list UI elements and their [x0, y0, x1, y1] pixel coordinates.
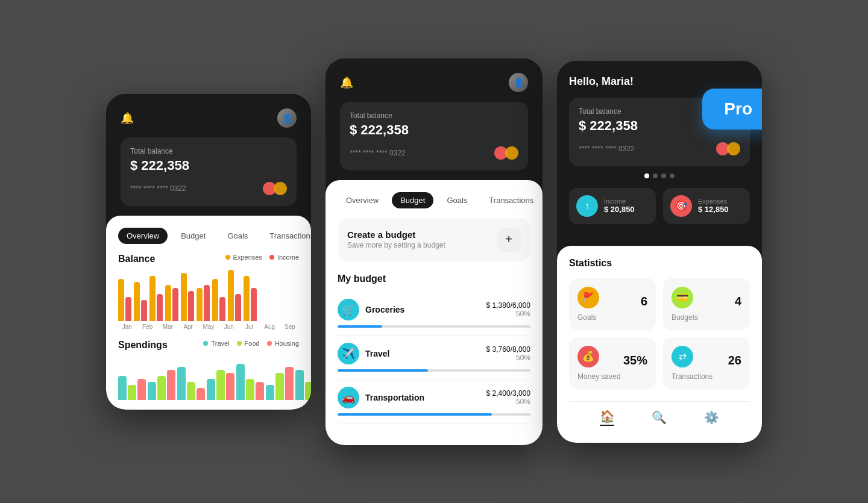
- search-icon[interactable]: 🔍: [652, 410, 667, 425]
- avatar: 👤: [277, 108, 297, 128]
- expense-icon: 🎯: [670, 195, 692, 217]
- home-icon: 🏠: [600, 409, 615, 423]
- greeting: Hello, Maria!: [569, 75, 750, 88]
- phone-card-left: 🔔 👤 Total balance $ 222,358 **** **** **…: [106, 94, 311, 410]
- stats-cell: ⇄ 26 Transactions: [663, 337, 750, 389]
- tab-transactions-2[interactable]: Transactions: [480, 192, 542, 208]
- budget-item: 🛒 Groceries $ 1,380/6,000 50%: [338, 292, 530, 336]
- spendings-section: Spendings Travel Food Housing: [118, 340, 299, 400]
- income-card: ↑ Income $ 20,850: [569, 188, 656, 224]
- expense-amount: $ 12,850: [698, 205, 729, 214]
- card-number-2: **** **** **** 0322: [350, 149, 406, 157]
- bell-icon-2: 🔔: [340, 76, 353, 89]
- tabs-row: Overview Budget Goals Transactions: [118, 228, 299, 244]
- balance-amount: $ 222,358: [130, 158, 287, 173]
- balance-bar-chart: [118, 267, 299, 321]
- balance-section-title: Balance: [118, 254, 155, 264]
- legend-income: Income: [269, 254, 299, 261]
- mastercard-icon-2: [494, 145, 518, 161]
- stats-panel: Statistics 🚩 6 Goals 💳 4 Budgets 💰 35% M…: [557, 246, 762, 443]
- balance-label: Total balance: [130, 147, 287, 155]
- create-budget-box: Create a budget Save more by setting a b…: [338, 218, 530, 261]
- balance-card: Total balance $ 222,358 **** **** **** 0…: [121, 137, 297, 206]
- expense-card: 🎯 Expenses $ 12,850: [663, 188, 750, 224]
- expense-label: Expenses: [698, 198, 729, 205]
- income-icon: ↑: [576, 195, 598, 217]
- tab-budget-2[interactable]: Budget: [392, 192, 433, 208]
- budget-list: 🛒 Groceries $ 1,380/6,000 50% ✈️ Travel …: [338, 292, 530, 423]
- mastercard-icon: [263, 181, 287, 196]
- stats-grid: 🚩 6 Goals 💳 4 Budgets 💰 35% Money saved …: [569, 278, 750, 389]
- legend-expenses: Expenses: [225, 254, 262, 261]
- my-budget-title: My budget: [338, 273, 530, 284]
- income-expense-row: ↑ Income $ 20,850 🎯 Expenses $ 12,850: [569, 188, 750, 224]
- create-budget-sub: Save more by setting a budget: [347, 241, 445, 249]
- tab-budget[interactable]: Budget: [172, 228, 214, 244]
- spendings-title: Spendings: [118, 340, 168, 351]
- create-budget-title: Create a budget: [347, 230, 445, 240]
- tab-transactions[interactable]: Transactions: [261, 228, 311, 244]
- budget-item: ✈️ Travel $ 3,760/8,000 50%: [338, 336, 530, 380]
- balance-card-2: Total balance $ 222,358 **** **** **** 0…: [340, 102, 528, 170]
- card-number: **** **** **** 0322: [130, 184, 186, 193]
- stats-cell: 💳 4 Budgets: [663, 278, 750, 330]
- legend-travel: Travel: [203, 340, 229, 347]
- tab-overview[interactable]: Overview: [118, 228, 168, 244]
- tab-goals[interactable]: Goals: [219, 228, 256, 244]
- budget-item: 🚗 Transportation $ 2,400/3,000 50%: [338, 380, 530, 423]
- stats-cell: 🚩 6 Goals: [569, 278, 656, 330]
- tabs-row-2: Overview Budget Goals Transactions: [338, 192, 530, 208]
- add-budget-button[interactable]: +: [497, 228, 521, 252]
- legend-housing: Housing: [267, 340, 299, 347]
- mastercard-icon-3: [716, 141, 740, 157]
- phone-card-middle: 🔔 👤 Total balance $ 222,358 **** **** **…: [326, 58, 542, 445]
- pro-badge: Pro: [702, 89, 762, 130]
- balance-label-2: Total balance: [350, 111, 518, 120]
- legend-food: Food: [237, 340, 260, 347]
- stats-cell: 💰 35% Money saved: [569, 337, 656, 389]
- avatar-2: 👤: [509, 73, 528, 92]
- nav-home[interactable]: 🏠: [600, 409, 615, 426]
- tab-overview-2[interactable]: Overview: [338, 192, 387, 208]
- settings-icon[interactable]: ⚙️: [704, 410, 719, 425]
- bell-icon: 🔔: [121, 111, 134, 125]
- phone-card-right: Pro Hello, Maria! Total balance $ 222,35…: [557, 61, 762, 443]
- bottom-nav: 🏠 🔍 ⚙️: [569, 401, 750, 431]
- income-label: Income: [604, 198, 635, 205]
- card-number-3: **** **** **** 0322: [579, 145, 635, 153]
- income-amount: $ 20,850: [604, 205, 635, 214]
- card-dots: [569, 173, 750, 178]
- balance-amount-2: $ 222,358: [350, 122, 518, 138]
- stats-title: Statistics: [569, 258, 750, 269]
- tab-goals-2[interactable]: Goals: [438, 192, 476, 208]
